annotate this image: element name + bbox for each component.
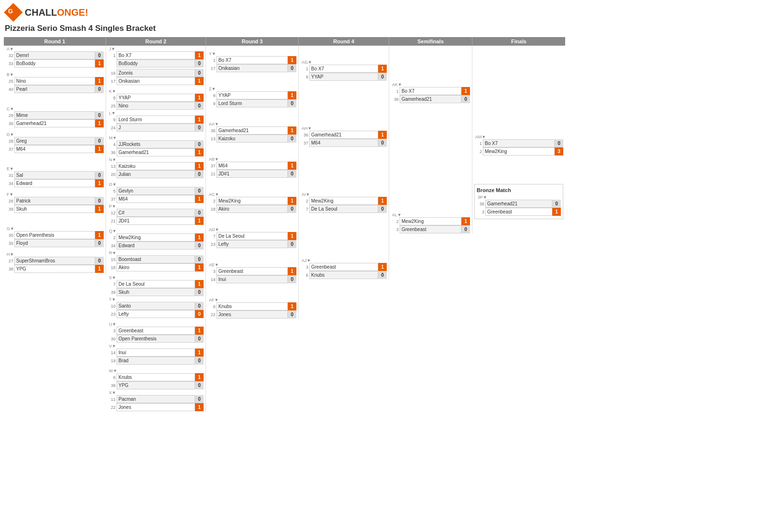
r2-match-n: N▼ 13 Kaizoku 1 20 Julian 0: [108, 157, 204, 178]
r3-match-aa: AA▼ 36 Gamerhead21 1 13 Kaizoku 0: [208, 122, 296, 143]
round-headers: Round 1 Round 2 Round 3 Round 4 Semifina…: [4, 37, 780, 46]
logo-icon: G: [5, 4, 22, 21]
player-row: 36 Gamerhead21 1: [6, 119, 104, 127]
player-row: 30 Open Parenthesis 0: [108, 335, 204, 343]
player-row: 18 Akiro 1: [108, 263, 204, 271]
r1-label-b: B▼: [7, 72, 104, 77]
player-row: 32 Demrl 0: [6, 51, 104, 59]
player-row: 37 M64 1: [208, 162, 296, 170]
player-row: 23 Lefty 0: [108, 310, 204, 318]
player-row: 3 Greenbeast 1: [208, 267, 296, 275]
player-row: 17 Onikasian 1: [108, 77, 204, 85]
r4-match-ah: AH▼ 36 Gamerhead21 1 37 M64 0: [301, 126, 387, 147]
r2-match-t: T▼ 10 Santo 0 23 Lefty 0: [108, 297, 204, 318]
r1-label-f: F▼: [7, 192, 104, 197]
app-layout: G CHALLONGE! Pizzeria Serio Smash 4 Sing…: [0, 0, 784, 412]
player-row: 15 Boomtoast 0: [108, 255, 204, 263]
r4-match-aj: AJ▼ 3 Greenbeast 1 6 Knubs 0: [301, 258, 387, 279]
player-row: 37 M64 1: [108, 195, 204, 203]
player-row: 24 J 0: [108, 124, 204, 132]
player-row: 14 Inui 1: [108, 348, 204, 357]
r2-match-m: M▼ 4 JJRockets 0 36 Gamerhead21 1: [108, 135, 204, 156]
player-row: 1 Bo X7 1: [108, 51, 204, 59]
r1-group-g: G▼ 30 Open Parenthesis 1 35 Floyd 0: [6, 226, 104, 247]
r2-match-w: W▼ 6 Knubs 1 38 YPG 0: [108, 368, 204, 389]
player-row: 36 Gamerhead21 1: [301, 131, 387, 139]
player-row: 2 Mew2King 3: [474, 147, 563, 155]
player-row: 38 YPG 0: [108, 381, 204, 389]
player-row: 38 YPG 1: [6, 265, 104, 273]
player-row: 13 Kaizoku 1: [108, 162, 204, 170]
player-row: 21 JD#1 1: [108, 217, 204, 225]
r2-match-p: P▼ 12 C# 0 21 JD#1 1: [108, 204, 204, 225]
player-row: 35 Floyd 0: [6, 239, 104, 247]
player-row: 34 Edward 1: [6, 179, 104, 187]
player-row: 6 Knubs 0: [301, 271, 387, 279]
tournament-title: Pizzeria Serio Smash 4 Singles Bracket: [0, 23, 784, 37]
player-row: 7 De La Seoul 0: [301, 205, 387, 213]
player-row: 2 Mew2King 1: [108, 233, 204, 242]
r1-label-a: A▼: [7, 47, 104, 51]
round1-col: A▼ 32 Demrl 0 33 BoBoddy 1: [4, 46, 106, 275]
r3-match-z: Z▼ 8 YYAP 1 9 Lord Sturm 0: [208, 87, 296, 107]
semi-match-ak: AK▼ 1 Bo X7 1 36 Gamerhead21 0: [391, 82, 470, 103]
player-row: 26 Patrick 0: [6, 197, 104, 205]
r2-match-o: O▼ 5 Gevlyn 0 37 M64 1: [108, 182, 204, 203]
r1-match-g: 30 Open Parenthesis 1 35 Floyd 0: [6, 231, 104, 247]
r3-match-ae: AE▼ 3 Greenbeast 1 14 Inui 0: [208, 262, 296, 283]
player-row: 11 Pacman 0: [108, 395, 204, 403]
r1-group-c: C▼ 29 Mime 0 36 Gamerhead21 1: [6, 106, 104, 127]
player-row: 10 Santo 0: [108, 302, 204, 310]
player-row: 7 De La Seoul 1: [108, 280, 204, 288]
player-row: 8 YYAP 1: [208, 91, 296, 99]
player-row: 17 Onikasian 0: [208, 64, 296, 72]
player-row: 2 Mew2King 1: [391, 217, 470, 225]
r2-match-k: K▼ 8 YYAP 1 25 Nino 0: [108, 89, 204, 110]
r2-match-q: Q▼ 2 Mew2King 1 34 Edward 0: [108, 229, 204, 250]
r1-label-d: D▼: [7, 132, 104, 137]
semi-col: AK▼ 1 Bo X7 1 36 Gamerhead21 0 AL▼: [389, 46, 472, 234]
r1-group-h: H▼ 27 SuperShmamBros 0 38 YPG 1: [6, 252, 104, 273]
player-row: 28 Greg 0: [6, 137, 104, 145]
r1-label-h: H▼: [7, 252, 104, 257]
player-row: 25 Nino 1: [6, 77, 104, 85]
r4-match-ag: AG▼ 1 Bo X7 1 8 YYAP 0: [301, 60, 387, 81]
player-row: 4 JJRockets 0: [108, 140, 204, 148]
player-row: 2 Mew2King 1: [301, 197, 387, 205]
finals-header: Finals: [472, 37, 565, 46]
player-row: 1 Bo X7 1: [391, 87, 470, 95]
player-row: 22 Jones 0: [208, 310, 296, 319]
player-row: 3 Greenbeast 0: [391, 225, 470, 233]
player-row: 36 Gamerhead21 1: [208, 126, 296, 135]
player-row: 9 Lord Sturm 0: [208, 99, 296, 107]
bracket-area: Round 1 Round 2 Round 3 Round 4 Semifina…: [0, 37, 784, 412]
player-row: 2 Mew2King 1: [208, 197, 296, 205]
r2-match-u: U▼ 3 Greenbeast 1 30 Open Parenthesis 0: [108, 322, 204, 343]
player-row: 33 BoBoddy 1: [6, 59, 104, 68]
site-title: CHALLONGE!: [25, 7, 88, 18]
player-row: 1 Bo X7 1: [301, 65, 387, 73]
player-row: 37 M64 0: [301, 139, 387, 147]
r1-match-h: 27 SuperShmamBros 0 38 YPG 1: [6, 257, 104, 273]
player-row: 19 Brad 0: [108, 357, 204, 365]
r2-match-r: R▼ 15 Boomtoast 0 18 Akiro 1: [108, 251, 204, 271]
bracket-body: A▼ 32 Demrl 0 33 BoBoddy 1: [4, 46, 780, 412]
player-row: 8 YYAP 1: [108, 94, 204, 102]
player-row: 9 Lord Sturm 1: [108, 116, 204, 124]
r1-match-f: 26 Patrick 0 39 Skuh 1: [6, 197, 104, 213]
r3-match-ab: AB▼ 37 M64 1 21 JD#1 0: [208, 157, 296, 178]
bronze-match: Bronze Match 3P▼ 36 Gamerhead21 0 3 Gree…: [474, 184, 563, 219]
player-row: 3 Greenbeast 1: [301, 263, 387, 271]
player-row: 8 YYAP 0: [301, 73, 387, 81]
r1-group-b: B▼ 25 Nino 1 40 Pearl 0: [6, 72, 104, 93]
player-row: 27 SuperShmamBros 0: [6, 257, 104, 265]
player-row: 40 Pearl 0: [6, 85, 104, 93]
r2-match-s: S▼ 7 De La Seoul 1 39 Skuh 0: [108, 275, 204, 296]
round4-header: Round 4: [299, 37, 389, 46]
player-row: 37 M64 1: [6, 145, 104, 153]
round3-col: Y▼ 1 Bo X7 1 17 Onikasian 0 Z▼: [206, 46, 299, 319]
player-row: 30 Open Parenthesis 1: [6, 231, 104, 239]
player-row: 36 Gamerhead21 0: [391, 95, 470, 103]
player-row: 6 Knubs 1: [108, 373, 204, 381]
player-row: 39 Skuh 0: [108, 288, 204, 296]
